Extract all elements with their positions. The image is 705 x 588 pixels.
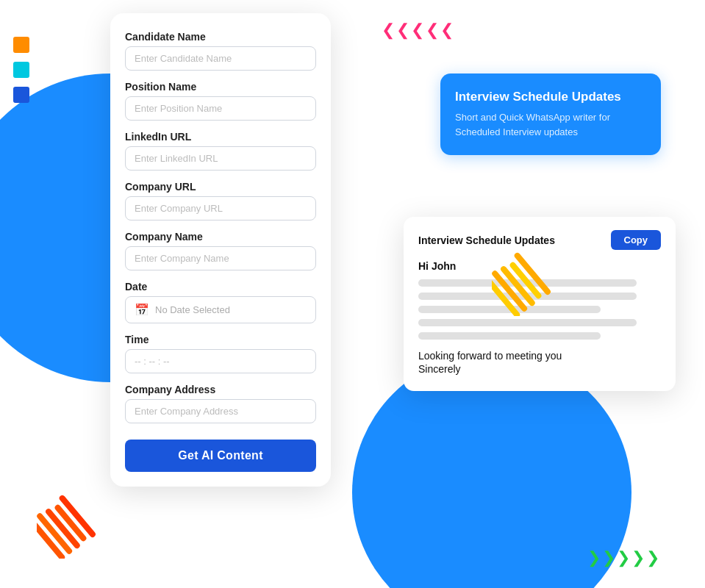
company-address-group: Company Address (125, 384, 316, 423)
company-url-group: Company URL (125, 181, 316, 220)
copy-button[interactable]: Copy (611, 230, 662, 250)
date-label: Date (125, 281, 316, 293)
calendar-icon: 📅 (135, 303, 149, 317)
output-footer: Looking forward to meeting you Sincerely (418, 350, 661, 375)
candidate-name-group: Candidate Name (125, 31, 316, 71)
output-footer-line-1: Looking forward to meeting you (418, 350, 661, 362)
info-card-title: Interview Schedule Updates (455, 90, 646, 104)
time-group: Time (125, 334, 316, 373)
output-line-5 (418, 332, 601, 340)
linkedin-url-group: LinkedIn URL (125, 131, 316, 171)
candidate-name-input[interactable] (125, 46, 316, 71)
company-name-label: Company Name (125, 231, 316, 243)
position-name-label: Position Name (125, 81, 316, 93)
sq-orange (13, 37, 29, 53)
linkedin-url-input[interactable] (125, 146, 316, 171)
company-address-input[interactable] (125, 399, 316, 423)
company-address-label: Company Address (125, 384, 316, 395)
chevrons-bottom-icon: ❯❯❯❯❯ (587, 548, 661, 567)
position-name-group: Position Name (125, 81, 316, 121)
company-name-input[interactable] (125, 246, 316, 270)
sq-blue (13, 87, 29, 103)
sq-cyan (13, 62, 29, 78)
candidate-name-label: Candidate Name (125, 31, 316, 43)
get-ai-content-button[interactable]: Get AI Content (125, 440, 316, 472)
position-name-input[interactable] (125, 96, 316, 121)
form-card: Candidate Name Position Name LinkedIn UR… (110, 13, 331, 487)
info-card: Interview Schedule Updates Short and Qui… (440, 74, 661, 155)
company-name-group: Company Name (125, 231, 316, 270)
linkedin-url-label: LinkedIn URL (125, 131, 316, 143)
output-footer-line-2: Sincerely (418, 363, 661, 375)
output-line-4 (418, 319, 637, 326)
date-placeholder: No Date Selected (155, 304, 230, 315)
output-card-title: Interview Schedule Updates (418, 234, 555, 246)
stripes-right-decoration (492, 250, 558, 316)
info-card-description: Short and Quick WhatsApp writer for Sche… (455, 110, 646, 139)
color-squares (13, 37, 29, 103)
company-url-input[interactable] (125, 196, 316, 220)
date-group: Date 📅 No Date Selected (125, 281, 316, 323)
stripes-left-decoration (37, 492, 103, 559)
time-input[interactable] (125, 349, 316, 373)
output-card-header: Interview Schedule Updates Copy (418, 230, 661, 250)
chevrons-top-icon: ❮❮❮❮❮ (382, 21, 455, 40)
date-input[interactable]: 📅 No Date Selected (125, 296, 316, 323)
company-url-label: Company URL (125, 181, 316, 193)
time-label: Time (125, 334, 316, 345)
